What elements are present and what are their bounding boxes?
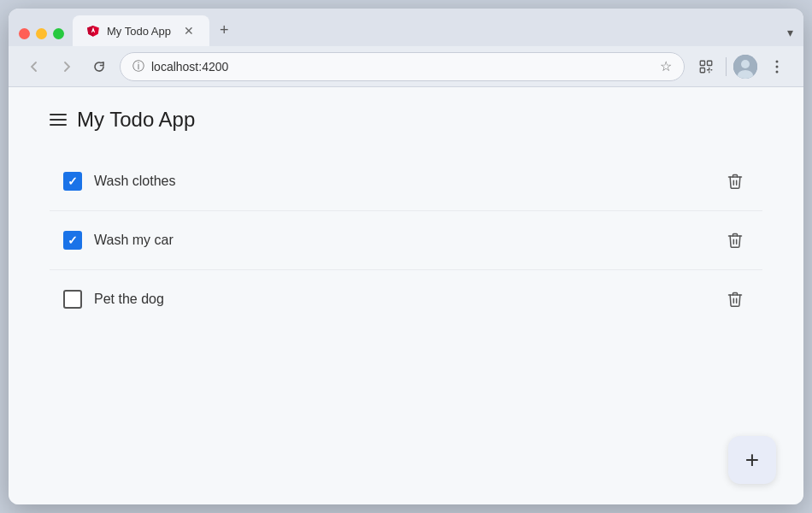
avatar[interactable] [733, 55, 757, 79]
tab-dropdown-button[interactable]: ▾ [787, 26, 793, 39]
svg-point-11 [776, 65, 779, 68]
maximize-traffic-light[interactable] [53, 28, 64, 39]
tab-bar: My Todo App ✕ + ▾ [9, 9, 803, 46]
todo-item: ✓ Wash my car [50, 211, 762, 270]
tab-favicon [86, 24, 100, 38]
forward-button[interactable] [55, 55, 79, 79]
tab-title-label: My Todo App [107, 25, 175, 38]
new-tab-button[interactable]: + [213, 21, 236, 39]
svg-rect-6 [700, 68, 704, 72]
delete-todo-button-1[interactable] [721, 227, 749, 254]
todo-checkbox-0[interactable]: ✓ [63, 172, 82, 191]
todo-text-1: Wash my car [94, 233, 709, 248]
bookmark-icon[interactable]: ☆ [660, 58, 672, 74]
add-todo-button[interactable]: + [728, 436, 776, 484]
svg-point-10 [776, 60, 779, 62]
reload-button[interactable] [87, 55, 111, 79]
delete-todo-button-0[interactable] [721, 168, 749, 195]
svg-rect-5 [708, 61, 712, 65]
traffic-lights [19, 28, 64, 39]
todo-item: ✓ Wash clothes [50, 152, 762, 211]
checkmark-icon: ✓ [68, 234, 78, 246]
divider [726, 57, 727, 76]
hamburger-menu-icon[interactable] [50, 114, 67, 126]
browser-window: My Todo App ✕ + ▾ ⓘ localhost:4200 [9, 9, 803, 504]
app-header: My Todo App [9, 87, 803, 145]
checkmark-icon: ✓ [68, 175, 78, 187]
page-content: My Todo App ✓ Wash clothes ✓ Wash my car [9, 87, 803, 504]
todo-checkbox-1[interactable]: ✓ [63, 231, 82, 250]
extensions-button[interactable] [693, 54, 719, 80]
svg-point-8 [741, 60, 750, 68]
url-text: localhost:4200 [151, 60, 653, 74]
address-bar-icons [693, 54, 790, 80]
todo-list: ✓ Wash clothes ✓ Wash my car [9, 145, 803, 335]
todo-text-0: Wash clothes [94, 174, 709, 189]
url-bar[interactable]: ⓘ localhost:4200 ☆ [120, 52, 685, 81]
todo-item: Pet the dog [50, 270, 762, 328]
minimize-traffic-light[interactable] [36, 28, 47, 39]
info-icon: ⓘ [132, 59, 144, 74]
tab-close-button[interactable]: ✕ [182, 24, 196, 38]
delete-todo-button-2[interactable] [721, 286, 749, 313]
active-tab[interactable]: My Todo App ✕ [73, 15, 209, 46]
todo-checkbox-2[interactable] [63, 290, 82, 309]
svg-rect-4 [700, 61, 704, 65]
back-button[interactable] [22, 55, 46, 79]
todo-text-2: Pet the dog [94, 292, 709, 307]
app-title: My Todo App [77, 108, 195, 132]
svg-point-12 [776, 70, 779, 73]
menu-button[interactable] [764, 54, 790, 80]
close-traffic-light[interactable] [19, 28, 30, 39]
address-bar: ⓘ localhost:4200 ☆ [9, 46, 803, 87]
